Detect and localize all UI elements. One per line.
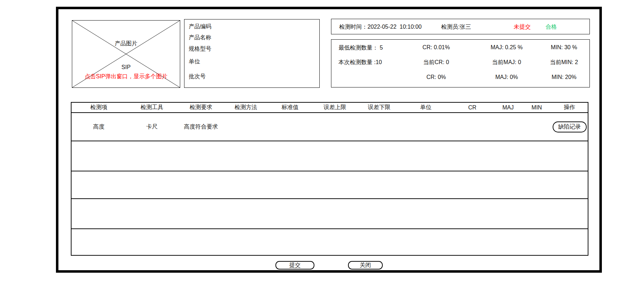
product-image-title: 产品图片	[72, 40, 180, 47]
inspection-window: 产品图片 SIP 点击SIP弹出窗口，显示多个图片 产品编码 产品名称 规格型号…	[0, 0, 644, 295]
header-cell-requirement: 检测要求	[178, 104, 224, 111]
product-image-box[interactable]: 产品图片 SIP 点击SIP弹出窗口，显示多个图片	[72, 20, 180, 88]
stat-current-min: 当前MIN: 2	[539, 59, 589, 66]
product-info-box: 产品编码 产品名称 规格型号 单位 批次号	[184, 19, 320, 88]
header-cell-item: 检测项	[72, 104, 126, 111]
stat-min-required-qty: 最低检测数量： 5	[338, 44, 416, 52]
header-cell-maj: MAJ	[494, 104, 522, 111]
header-cell-upper-tolerance: 误差上限	[312, 104, 358, 111]
stat-min-limit: MIN: 30 %	[539, 44, 589, 51]
cell-tool: 卡尺	[126, 123, 178, 131]
cell-requirement: 高度符合要求	[178, 123, 224, 131]
status-qualified: 合格	[546, 23, 557, 31]
header-cell-standard: 标准值	[268, 104, 312, 111]
field-label-spec-model: 规格型号	[189, 45, 211, 53]
table-row-empty	[72, 171, 588, 199]
stat-cr-limit: CR: 0.01%	[408, 44, 465, 51]
stat-min-rate: MIN: 20%	[539, 74, 589, 80]
table-row-empty	[72, 141, 588, 171]
header-cell-min: MIN	[522, 104, 551, 111]
stat-current-qty: 本次检测数量 :10	[338, 59, 416, 66]
table-header-row: 检测项 检测工具 检测要求 检测方法 标准值 误差上限 误差下限 单位 CR M…	[72, 103, 588, 113]
field-label-product-name: 产品名称	[189, 34, 211, 41]
close-button[interactable]: 关闭	[348, 261, 383, 270]
status-unsubmitted: 未提交	[514, 23, 531, 31]
sip-label[interactable]: SIP	[72, 64, 180, 70]
field-label-product-code: 产品编码	[189, 23, 211, 30]
inspection-time-value: 2022-05-22 10:10:00	[367, 24, 422, 30]
stat-current-cr: 当前CR: 0	[408, 59, 465, 66]
header-cell-cr: CR	[451, 104, 494, 111]
inspection-table: 检测项 检测工具 检测要求 检测方法 标准值 误差上限 误差下限 单位 CR M…	[71, 102, 588, 256]
field-label-batch-no: 批次号	[189, 73, 206, 80]
header-cell-method: 检测方法	[224, 104, 268, 111]
cell-item: 高度	[72, 123, 126, 131]
table-row-empty	[72, 229, 588, 256]
header-cell-lower-tolerance: 误差下限	[358, 104, 401, 111]
stat-maj-limit: MAJ: 0.25 %	[478, 44, 535, 51]
defect-record-button[interactable]: 缺陷记录	[553, 121, 587, 132]
field-label-unit: 单位	[189, 58, 200, 66]
header-cell-action: 操作	[551, 104, 588, 111]
table-row[interactable]: 高度 卡尺 高度符合要求 缺陷记录	[72, 113, 588, 141]
stat-maj-rate: MAJ: 0%	[478, 74, 535, 80]
inspection-time: 检测时间：2022-05-22 10:10:00	[339, 23, 422, 31]
stats-box: 最低检测数量： 5 CR: 0.01% MAJ: 0.25 % MIN: 30 …	[331, 39, 590, 87]
inspection-header-box: 检测时间：2022-05-22 10:10:00 检测员:张三 未提交 合格	[331, 19, 590, 34]
table-row-empty	[72, 199, 588, 229]
submit-button[interactable]: 提交	[275, 261, 314, 270]
stat-cr-rate: CR: 0%	[408, 74, 465, 80]
header-cell-tool: 检测工具	[126, 104, 178, 111]
stat-current-maj: 当前MAJ: 0	[478, 59, 535, 66]
inspector-name: 检测员:张三	[441, 23, 471, 31]
header-cell-unit: 单位	[401, 104, 451, 111]
sip-note: 点击SIP弹出窗口，显示多个图片	[72, 73, 180, 80]
inspection-time-label: 检测时间：	[339, 24, 367, 30]
